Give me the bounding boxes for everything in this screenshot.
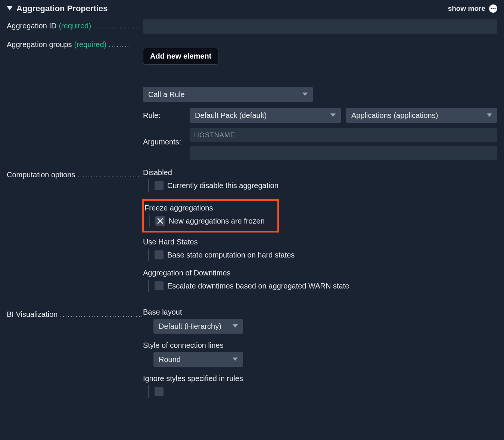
row-aggregation-id: Aggregation ID (required) ..............… (7, 19, 497, 34)
base-layout-title: Base layout (143, 308, 497, 316)
option-style-lines: Style of connection lines Round (143, 341, 497, 367)
panel-header: Aggregation Properties show more (0, 0, 504, 17)
svg-marker-7 (233, 324, 238, 328)
svg-marker-5 (330, 113, 336, 117)
arguments-label: Arguments: (143, 128, 190, 146)
row-computation-options: Computation options ....................… (7, 168, 497, 300)
rule-pack-select[interactable]: Default Pack (default) (190, 108, 341, 123)
rule-pack-value: Default Pack (default) (195, 111, 267, 120)
call-rule-select-value: Call a Rule (148, 90, 185, 99)
aggregation-id-label: Aggregation ID (7, 22, 56, 30)
disabled-sub-label: Currently disable this aggregation (167, 181, 279, 190)
row-call-rule: Call a Rule Rule: Default Pack (default) (7, 87, 497, 160)
computation-options-label: Computation options (7, 171, 75, 179)
disabled-title: Disabled (143, 168, 497, 177)
aggregation-id-input[interactable] (143, 19, 497, 34)
hard-states-title: Use Hard States (143, 238, 497, 246)
label-dots: .................................. (77, 171, 143, 179)
freeze-highlight-box: Freeze aggregations New aggregations are… (142, 199, 279, 233)
aggregation-groups-label: Aggregation groups (7, 40, 72, 49)
base-layout-value: Default (Hierarchy) (159, 322, 221, 331)
option-hard-states: Use Hard States Base state computation o… (143, 238, 497, 261)
show-more-label: show more (448, 4, 485, 13)
collapse-triangle-icon[interactable] (7, 6, 13, 11)
style-lines-title: Style of connection lines (143, 341, 497, 350)
panel-title-group[interactable]: Aggregation Properties (7, 4, 108, 13)
svg-marker-0 (7, 6, 13, 10)
label-dots: ........................................… (60, 311, 143, 319)
rule-label: Rule: (143, 111, 190, 120)
chevron-down-icon (330, 113, 336, 117)
base-layout-select[interactable]: Default (Hierarchy) (153, 319, 243, 334)
bi-visualization-label: BI Visualization (7, 310, 57, 319)
hard-states-checkbox[interactable] (155, 250, 164, 259)
svg-marker-6 (487, 113, 492, 117)
freeze-sub-label: New aggregations are frozen (169, 217, 265, 225)
downtimes-sub-label: Escalate downtimes based on aggregated W… (167, 282, 349, 290)
freeze-checkbox[interactable] (155, 216, 165, 226)
hard-states-sub-label: Base state computation on hard states (167, 251, 295, 259)
required-tag: (required) (74, 40, 107, 49)
show-more-group[interactable]: show more (448, 4, 497, 13)
svg-point-1 (491, 8, 492, 9)
add-new-element-button[interactable]: Add new element (143, 48, 218, 65)
svg-point-2 (492, 8, 494, 9)
rule-app-value: Applications (applications) (351, 111, 438, 120)
panel-title: Aggregation Properties (16, 4, 108, 13)
row-aggregation-groups: Aggregation groups (required) ........ A… (7, 38, 497, 65)
svg-marker-4 (302, 93, 308, 96)
downtimes-title: Aggregation of Downtimes (143, 269, 497, 277)
chevron-down-icon (233, 358, 238, 361)
svg-point-3 (494, 8, 495, 9)
argument-input-2[interactable] (190, 146, 497, 160)
rule-app-select[interactable]: Applications (applications) (346, 108, 497, 123)
chevron-down-icon (302, 93, 308, 96)
style-lines-value: Round (159, 355, 181, 364)
disabled-checkbox[interactable] (155, 181, 164, 190)
chevron-down-icon (233, 324, 238, 328)
option-base-layout: Base layout Default (Hierarchy) (143, 308, 497, 334)
freeze-title: Freeze aggregations (144, 204, 274, 212)
style-lines-select[interactable]: Round (153, 352, 243, 367)
label-dots: .................. (93, 22, 143, 30)
option-disabled: Disabled Currently disable this aggregat… (143, 168, 497, 192)
ignore-styles-title: Ignore styles specified in rules (143, 374, 497, 383)
downtimes-checkbox[interactable] (155, 281, 164, 290)
chevron-down-icon (487, 113, 492, 117)
call-rule-select[interactable]: Call a Rule (143, 87, 313, 102)
option-ignore-styles: Ignore styles specified in rules (143, 374, 497, 398)
label-dots: ........ (109, 41, 143, 49)
argument-input-1[interactable] (190, 128, 497, 142)
more-icon[interactable] (489, 4, 497, 13)
ignore-styles-checkbox[interactable] (155, 387, 164, 396)
row-bi-visualization: BI Visualization .......................… (7, 308, 497, 405)
svg-marker-8 (233, 358, 238, 361)
option-downtimes: Aggregation of Downtimes Escalate downti… (143, 269, 497, 292)
required-tag: (required) (59, 22, 91, 30)
